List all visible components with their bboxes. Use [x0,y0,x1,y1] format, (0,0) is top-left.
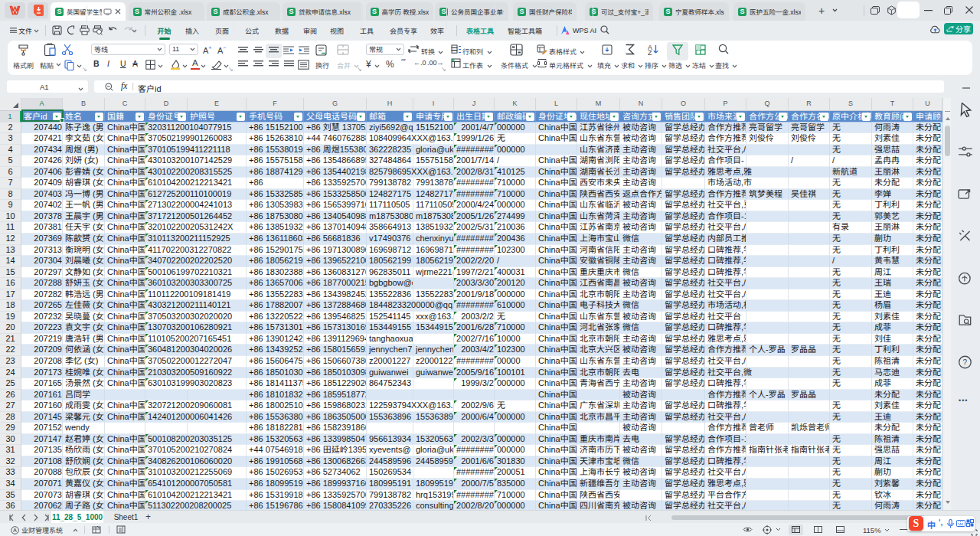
svg-text:Z: Z [648,49,652,55]
svg-text:?: ? [962,358,967,366]
